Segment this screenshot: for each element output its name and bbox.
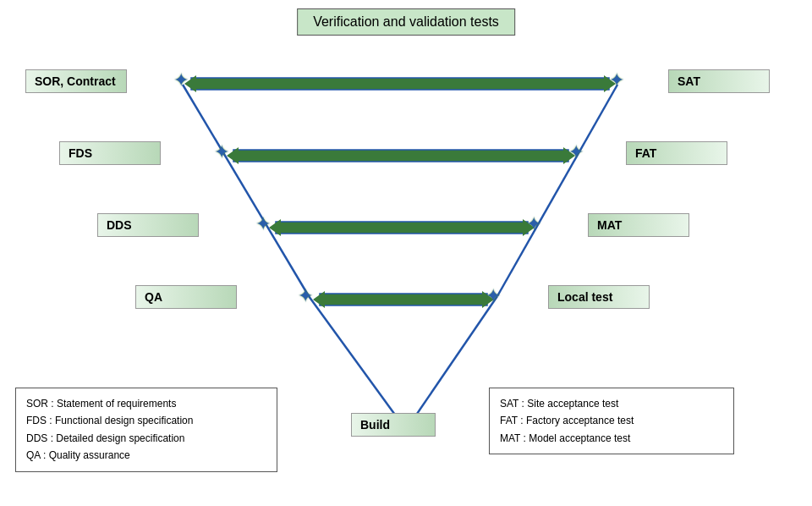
legend-sat-line: SAT : Site acceptance test [500, 395, 723, 412]
label-fds: FDS [59, 141, 161, 165]
label-sor: SOR, Contract [25, 69, 127, 93]
svg-rect-9 [233, 150, 568, 162]
legend-mat-line: MAT : Model acceptance test [500, 430, 723, 447]
svg-rect-15 [320, 294, 487, 305]
svg-rect-6 [191, 78, 609, 90]
svg-line-3 [406, 296, 497, 430]
star-sor-left: ✦ [173, 71, 189, 90]
legend-dds-line: DDS : Detailed design specification [26, 430, 266, 447]
label-local: Local test [548, 285, 650, 309]
svg-marker-16 [313, 291, 325, 308]
main-title: Verification and validation tests [297, 8, 515, 36]
arrow-qa-local [313, 288, 494, 311]
right-legend: SAT : Site acceptance test FAT : Factory… [489, 388, 734, 454]
left-legend: SOR : Statement of requirements FDS : Fu… [15, 388, 277, 472]
svg-line-2 [497, 85, 617, 296]
legend-qa-line: QA : Quality assurance [26, 447, 266, 464]
svg-line-0 [183, 85, 309, 296]
star-sor-right: ✦ [609, 71, 624, 90]
svg-rect-12 [276, 222, 528, 234]
label-mat: MAT [588, 213, 689, 237]
arrow-sor-sat [184, 72, 616, 96]
star-dds-right: ✦ [526, 215, 541, 234]
legend-sor-line: SOR : Statement of requirements [26, 395, 266, 412]
star-fds-right: ✦ [568, 143, 584, 162]
arrow-fds-fat [227, 144, 575, 168]
legend-fds-line: FDS : Functional design specification [26, 412, 266, 429]
label-dds: DDS [97, 213, 199, 237]
label-build: Build [351, 413, 436, 437]
legend-fat-line: FAT : Factory acceptance test [500, 412, 723, 429]
star-qa-right: ✦ [486, 287, 501, 305]
svg-marker-13 [269, 219, 281, 236]
arrow-dds-mat [269, 216, 535, 239]
label-qa: QA [135, 285, 237, 309]
svg-line-1 [309, 296, 406, 430]
label-sat: SAT [668, 69, 770, 93]
star-dds-left: ✦ [255, 215, 271, 234]
label-fat: FAT [626, 141, 727, 165]
star-qa-left: ✦ [298, 287, 313, 305]
star-fds-left: ✦ [214, 143, 229, 162]
